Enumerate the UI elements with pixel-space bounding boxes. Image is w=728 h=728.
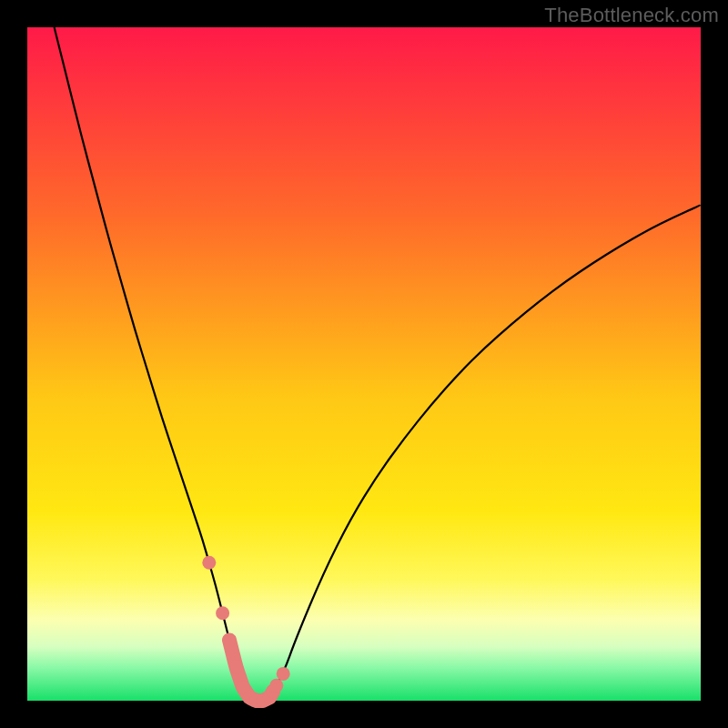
highlight-point: [223, 633, 237, 647]
bottleneck-curve: [27, 27, 701, 701]
bottleneck-curve-line: [55, 27, 701, 701]
highlight-point: [277, 667, 290, 681]
highlight-point: [202, 556, 216, 570]
highlight-point: [229, 661, 243, 674]
watermark-text: TheBottleneck.com: [544, 4, 719, 27]
highlight-point: [216, 606, 229, 620]
highlight-point: [269, 679, 283, 693]
chart-frame: TheBottleneck.com: [0, 0, 728, 728]
